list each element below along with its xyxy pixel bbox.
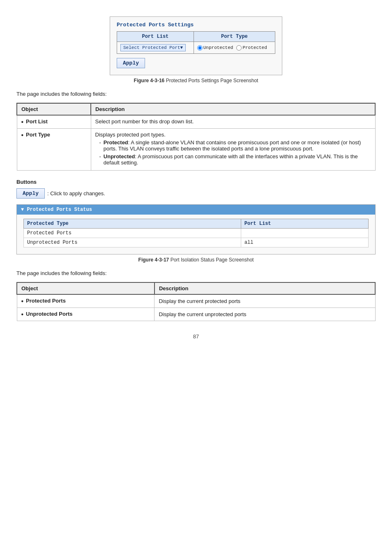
unprotected-ports-label: Unprotected Ports (26, 311, 72, 317)
bullet-icon: • (21, 132, 24, 139)
buttons-section: Buttons Apply : Click to apply changes. (16, 179, 376, 199)
figure1-text: Protected Ports Settings Page Screenshot (166, 78, 258, 83)
port-list-description: Select port number for this drop down li… (91, 115, 375, 129)
table1-col-object: Object (17, 103, 91, 115)
fields-table-1: Object Description • Port List Select po… (16, 103, 376, 171)
figure2-text: Port Isolation Status Page Screenshot (171, 257, 254, 263)
page-number: 87 (16, 333, 376, 340)
table2-col-description: Description (154, 282, 375, 294)
fields-table-2: Object Description • Protected Ports Dis… (16, 282, 376, 321)
table-row: Unprotected Ports all (24, 238, 369, 247)
protected-desc-item: - Protected: A single stand-alone VLAN t… (99, 139, 371, 152)
figure1-caption: Figure 4-3-16 Protected Ports Settings P… (16, 78, 376, 83)
protected-ports-status-box: ▼ Protected Ports Status Protected Type … (16, 204, 376, 254)
port-list-object: • Port List (21, 118, 87, 125)
bullet-icon: • (21, 298, 24, 305)
apply-button-screenshot[interactable]: Apply (117, 58, 145, 68)
unprotected-radio-label[interactable]: Unprotected (197, 45, 233, 51)
unprotected-desc: : A promiscuous port can communicate wit… (104, 153, 358, 166)
status-header: ▼ Protected Ports Status (17, 205, 375, 215)
protected-radio[interactable] (236, 45, 242, 51)
protected-ports-cell: Protected Ports (24, 229, 241, 238)
port-type-label: Port Type (26, 132, 50, 138)
status-col-portlist: Port List (241, 219, 368, 229)
table-row: • Unprotected Ports Display the current … (17, 308, 375, 321)
port-type-radio-group: Unprotected Protected (197, 45, 272, 51)
status-inner: Protected Type Port List Protected Ports… (17, 215, 375, 254)
protected-ports-desc: Display the current protected ports (154, 294, 375, 308)
protected-radio-label[interactable]: Protected (236, 45, 267, 51)
buttons-title: Buttons (16, 179, 376, 185)
protected-ports-object: • Protected Ports (21, 298, 150, 305)
table-row: • Port Type Displays protected port type… (17, 129, 375, 171)
screenshot-protected-ports-settings: Protected Ports Settings Port List Port … (110, 16, 282, 75)
unprotected-ports-desc: Display the current unprotected ports (154, 308, 375, 321)
table-row: Protected Ports (24, 229, 369, 238)
table1-col-description: Description (91, 103, 375, 115)
status-table: Protected Type Port List Protected Ports… (23, 219, 369, 247)
settings-table: Port List Port Type Select Protected Por… (117, 31, 275, 54)
table2-col-object: Object (17, 282, 154, 294)
figure1-label: Figure 4-3-16 (134, 78, 165, 83)
protected-desc: : A single stand-alone VLAN that contain… (104, 139, 361, 152)
col-port-type: Port Type (194, 32, 275, 42)
status-col-type: Protected Type (24, 219, 241, 229)
apply-desc-text: : Click to apply changes. (47, 190, 105, 197)
apply-description: Apply : Click to apply changes. (16, 188, 376, 199)
figure2-label: Figure 4-3-17 (138, 257, 169, 263)
col-port-list: Port List (117, 32, 194, 42)
port-type-intro: Displays protected port types. (95, 132, 371, 138)
port-list-label: Port List (26, 118, 48, 125)
protected-ports-label: Protected Ports (26, 298, 66, 304)
unprotected-ports-cell: Unprotected Ports (24, 238, 241, 247)
unprotected-radio[interactable] (197, 45, 203, 51)
apply-button[interactable]: Apply (16, 188, 45, 199)
screenshot-title: Protected Ports Settings (117, 22, 275, 28)
page-intro-text-1: The page includes the following fields: (16, 91, 376, 97)
page-intro-text-2: The page includes the following fields: (16, 270, 376, 276)
table-row: • Port List Select port number for this … (17, 115, 375, 129)
bullet-icon: • (21, 119, 24, 125)
unprotected-ports-object: • Unprotected Ports (21, 311, 150, 318)
unprotected-ports-list: all (241, 238, 368, 247)
select-protected-port-btn[interactable]: Select Protected Port▼ (120, 44, 186, 51)
unprotected-label: Unprotected (104, 153, 135, 160)
table-row: • Protected Ports Display the current pr… (17, 294, 375, 308)
unprotected-desc-item: - Unprotected: A promiscuous port can co… (99, 153, 371, 166)
protected-ports-list (241, 229, 368, 238)
protected-label: Protected (104, 139, 128, 146)
bullet-icon: • (21, 311, 24, 318)
figure2-caption: Figure 4-3-17 Port Isolation Status Page… (16, 257, 376, 263)
port-type-description: Displays protected port types. - Protect… (95, 132, 371, 166)
port-type-object: • Port Type (21, 132, 87, 139)
